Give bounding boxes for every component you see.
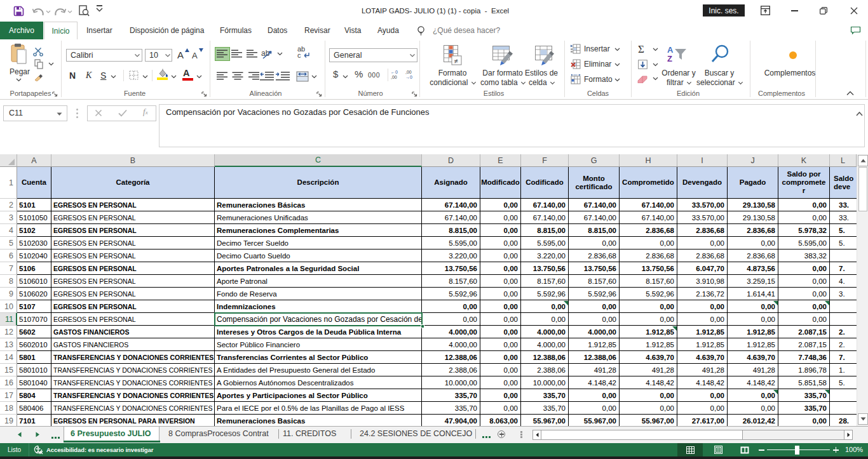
svg-text:←0: ←0 bbox=[391, 70, 398, 74]
svg-text:,00: ,00 bbox=[405, 70, 412, 74]
svg-text:→0: →0 bbox=[405, 75, 412, 79]
svg-text:≠: ≠ bbox=[454, 57, 458, 65]
svg-text:A: A bbox=[667, 45, 674, 55]
svg-text:,00: ,00 bbox=[391, 75, 397, 79]
svg-text:Z: Z bbox=[667, 54, 672, 63]
